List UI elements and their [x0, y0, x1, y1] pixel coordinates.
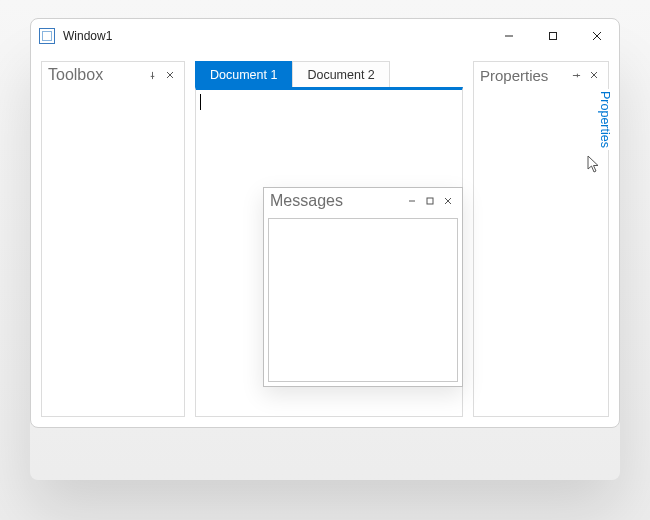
- messages-title: Messages: [270, 192, 343, 210]
- toolbox-body: [42, 88, 184, 416]
- tab-label: Document 2: [307, 68, 374, 82]
- minimize-button[interactable]: [487, 21, 531, 51]
- properties-title: Properties: [480, 67, 548, 84]
- app-icon: [39, 28, 55, 44]
- messages-floating-window[interactable]: Messages: [263, 187, 463, 387]
- autohide-tab-properties[interactable]: Properties: [597, 89, 613, 150]
- toolbox-header[interactable]: Toolbox: [42, 62, 184, 88]
- window-title: Window1: [63, 29, 112, 43]
- autohide-tab-label: Properties: [598, 91, 612, 148]
- autohide-pin-icon[interactable]: [568, 67, 584, 83]
- text-caret: [200, 94, 201, 110]
- properties-body: [474, 88, 608, 416]
- messages-body: [268, 218, 458, 382]
- messages-header[interactable]: Messages: [264, 188, 462, 214]
- toolbox-title: Toolbox: [48, 66, 103, 84]
- tab-label: Document 1: [210, 68, 277, 82]
- properties-header[interactable]: Properties: [474, 62, 608, 88]
- toolbox-panel: Toolbox: [41, 61, 185, 417]
- pin-icon[interactable]: [144, 67, 160, 83]
- document-tabs: Document 1 Document 2: [195, 61, 463, 87]
- titlebar[interactable]: Window1: [31, 19, 619, 53]
- svg-rect-1: [550, 33, 557, 40]
- tab-document-2[interactable]: Document 2: [292, 61, 389, 87]
- close-button[interactable]: [575, 21, 619, 51]
- svg-rect-9: [427, 198, 433, 204]
- maximize-icon[interactable]: [422, 193, 438, 209]
- close-icon[interactable]: [162, 67, 178, 83]
- maximize-button[interactable]: [531, 21, 575, 51]
- close-icon[interactable]: [440, 193, 456, 209]
- mouse-cursor: [587, 155, 601, 173]
- main-window: Window1 Toolbox: [30, 18, 620, 428]
- minimize-icon[interactable]: [404, 193, 420, 209]
- tab-document-1[interactable]: Document 1: [195, 61, 292, 87]
- close-icon[interactable]: [586, 67, 602, 83]
- properties-panel: Properties: [473, 61, 609, 417]
